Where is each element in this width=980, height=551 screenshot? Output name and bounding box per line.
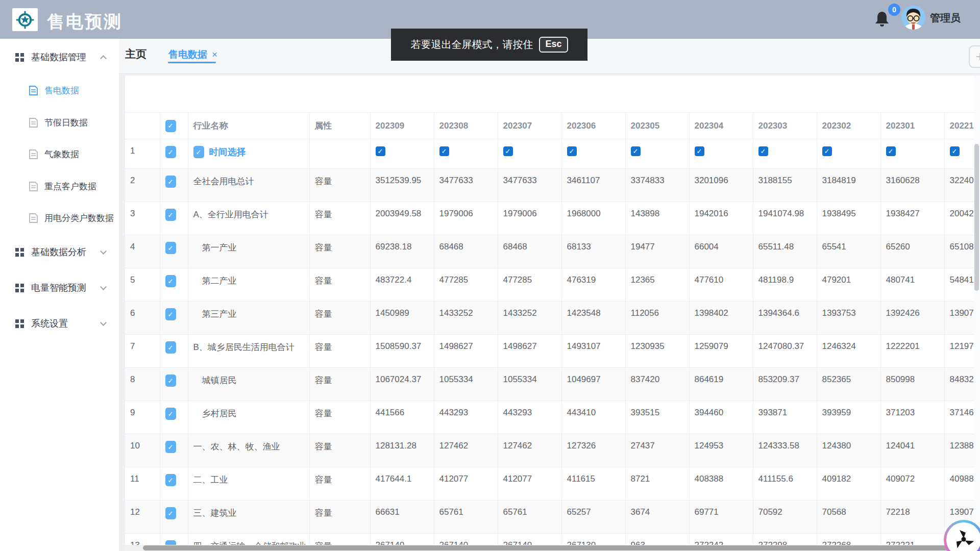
time-select-checkbox[interactable]: ✓ (193, 146, 204, 158)
value-cell: 3188155 (753, 169, 817, 202)
month-checkbox[interactable]: ✓ (695, 146, 704, 156)
time-select-link[interactable]: 时间选择 (209, 146, 246, 158)
month-checkbox[interactable]: ✓ (631, 146, 641, 156)
avatar[interactable] (901, 6, 925, 30)
document-icon (29, 118, 38, 128)
grid-icon (15, 284, 24, 292)
value-cell: 70592 (753, 500, 817, 534)
value-cell: 69238.18 (370, 235, 434, 268)
row-select-cell: ✓ (160, 534, 188, 545)
row-index: 4 (125, 235, 160, 268)
sidebar-group-base-data-analysis[interactable]: 基础数据分析 (0, 244, 119, 260)
active-tab-indicator (168, 62, 216, 63)
table-row: 3✓A、全行业用电合计容量2003949.5819790061979006196… (125, 202, 974, 235)
notification-badge: 0 (888, 4, 900, 16)
value-cell: 1398402 (689, 302, 753, 335)
row-index: 7 (125, 335, 160, 368)
sidebar-group-system-settings[interactable]: 系统设置 (0, 316, 119, 331)
horizontal-scrollbar-thumb[interactable] (143, 545, 975, 550)
value-cell: 479201 (817, 268, 880, 302)
row-index: 13 (125, 534, 160, 545)
chevron-up-icon (100, 55, 107, 62)
value-cell: 69771 (689, 500, 753, 534)
notification-bell-icon[interactable] (874, 11, 890, 28)
document-icon (29, 213, 38, 223)
month-checkbox[interactable]: ✓ (950, 146, 960, 156)
value-cell: 1259079 (689, 335, 753, 368)
sidebar-group-smart-forecast[interactable]: 电量智能预测 (0, 280, 119, 295)
value-cell: 65260 (880, 235, 944, 268)
row-checkbox[interactable]: ✓ (165, 341, 176, 354)
value-cell: 1393753 (817, 302, 880, 335)
industry-name-cell: 一、农、林、牧、渔业 (188, 434, 309, 467)
month-checkbox[interactable]: ✓ (822, 146, 832, 156)
sidebar-item-category-households-data[interactable]: 用电分类户数数据 (0, 210, 119, 226)
sidebar-group-base-data-mgmt[interactable]: 基础数据管理 (0, 49, 119, 65)
data-table-container[interactable]: ✓行业名称属性202309202308202307202306202305202… (125, 112, 974, 545)
value-cell: 1508590.37 (370, 335, 434, 368)
tab-home[interactable]: 主页 (125, 47, 146, 61)
value-cell: 3477633 (498, 169, 561, 202)
value-cell: 963 (625, 534, 689, 545)
value-cell: 112056 (625, 302, 689, 335)
value-cell: 1450989 (370, 302, 434, 335)
row-select-cell: ✓ (160, 268, 188, 302)
row-checkbox[interactable]: ✓ (165, 308, 176, 320)
month-checkbox[interactable]: ✓ (503, 146, 513, 156)
value-cell: 1067024.37 (370, 368, 434, 401)
tab-sale-data[interactable]: 售电数据 × (168, 48, 217, 61)
value-cell: 1979006 (498, 202, 561, 235)
row-checkbox[interactable]: ✓ (165, 146, 176, 158)
value-cell: 411155.6 (753, 467, 817, 500)
month-checkbox[interactable]: ✓ (439, 146, 449, 156)
row-checkbox[interactable]: ✓ (165, 408, 176, 420)
value-cell: 1055334 (498, 368, 561, 401)
grid-icon (15, 53, 24, 62)
row-checkbox[interactable]: ✓ (165, 540, 176, 545)
month-checkbox[interactable]: ✓ (376, 146, 385, 156)
row-checkbox[interactable]: ✓ (165, 176, 176, 188)
username-label[interactable]: 管理员 (930, 11, 961, 25)
month-checkbox[interactable]: ✓ (886, 146, 896, 156)
sidebar-item-weather-data[interactable]: 气象数据 (0, 146, 119, 162)
row-checkbox[interactable]: ✓ (165, 507, 176, 519)
sidebar-item-key-customer-data[interactable]: 重点客户数据 (0, 179, 119, 194)
attr-cell: 容量 (309, 302, 370, 335)
month-header: 202304 (689, 113, 753, 139)
group-label: 系统设置 (31, 317, 68, 330)
vertical-scrollbar-thumb[interactable] (974, 144, 979, 291)
add-tab-button[interactable]: + (969, 45, 980, 68)
row-checkbox[interactable]: ✓ (165, 474, 176, 486)
table-row: 8✓城镇居民容量1067024.371055334105533410496978… (125, 368, 974, 401)
month-header: 202307 (498, 113, 561, 139)
row-checkbox[interactable]: ✓ (165, 209, 176, 221)
month-select-cell: ✓ (944, 139, 974, 169)
row-checkbox[interactable]: ✓ (165, 441, 176, 453)
value-cell: 3374833 (625, 169, 689, 202)
row-checkbox[interactable]: ✓ (165, 242, 176, 254)
row-index: 3 (125, 202, 160, 235)
horizontal-scrollbar[interactable] (125, 545, 980, 551)
row-index: 1 (125, 139, 160, 169)
industry-name-cell: 城镇居民 (188, 368, 309, 401)
sidebar-item-sale-data[interactable]: 售电数据 (0, 83, 119, 98)
sidebar-item-holiday-data[interactable]: 节假日数据 (0, 115, 119, 130)
close-icon[interactable]: × (212, 49, 217, 60)
row-checkbox[interactable]: ✓ (165, 275, 176, 287)
select-all-checkbox[interactable]: ✓ (165, 120, 176, 132)
value-cell: 3512539.95 (370, 169, 434, 202)
vertical-scrollbar[interactable] (974, 76, 980, 545)
month-checkbox[interactable]: ✓ (758, 146, 768, 156)
item-label: 重点客户数据 (44, 181, 96, 192)
value-cell: 65761 (498, 500, 561, 534)
month-checkbox[interactable]: ✓ (567, 146, 577, 156)
value-cell: 124041 (880, 434, 944, 467)
value-cell: 72218 (880, 500, 944, 534)
value-cell: 124380 (817, 434, 880, 467)
table-row: 5✓第二产业容量483722.4477285477285476319123654… (125, 268, 974, 302)
value-cell: 267140 (370, 534, 434, 545)
month-select-cell: ✓ (880, 139, 944, 169)
row-checkbox[interactable]: ✓ (165, 374, 176, 387)
month-select-cell: ✓ (817, 139, 880, 169)
select-all-header: ✓ (160, 113, 188, 139)
